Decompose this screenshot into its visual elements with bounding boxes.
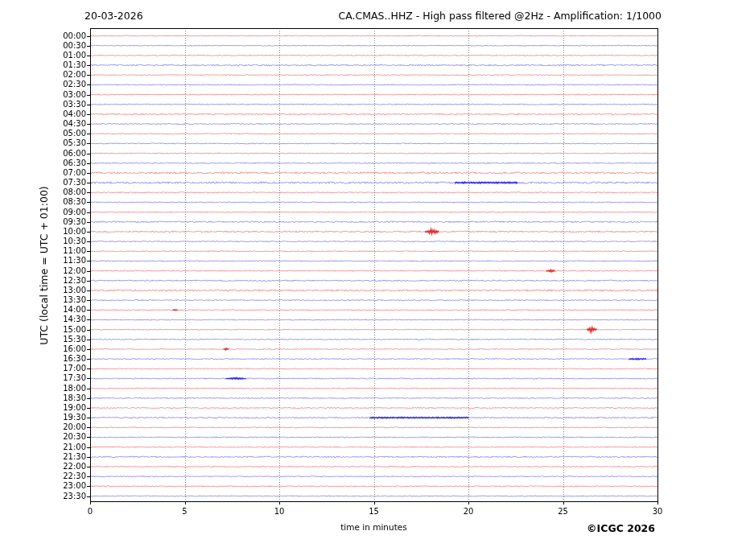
y-tick-label: 03:30	[0, 101, 86, 109]
y-tick-label: 17:30	[0, 374, 86, 382]
y-tick-label: 20:00	[0, 423, 86, 431]
y-tick-label: 18:00	[0, 385, 86, 393]
x-axis-label: time in minutes	[251, 522, 497, 532]
y-tick-label: 04:00	[0, 110, 86, 118]
y-tick-label: 10:30	[0, 237, 86, 245]
y-tick-label: 12:00	[0, 267, 86, 275]
y-tick-label: 07:00	[0, 169, 86, 177]
y-tick-label: 06:30	[0, 159, 86, 167]
y-tick-label: 01:30	[0, 61, 86, 69]
y-tick-label: 02:00	[0, 71, 86, 79]
x-tick-label: 15	[358, 508, 390, 516]
y-tick-label: 05:30	[0, 139, 86, 147]
y-tick-label: 07:30	[0, 179, 86, 187]
y-tick-label: 18:30	[0, 394, 86, 402]
y-tick-label: 05:00	[0, 130, 86, 138]
y-tick-label: 11:00	[0, 247, 86, 255]
y-tick-label: 13:00	[0, 286, 86, 294]
y-tick-label: 00:00	[0, 32, 86, 40]
y-tick-label: 23:30	[0, 492, 86, 500]
y-tick-label: 09:30	[0, 218, 86, 226]
y-tick-label: 14:30	[0, 315, 86, 323]
y-tick-label: 14:00	[0, 306, 86, 314]
y-tick-label: 00:30	[0, 42, 86, 50]
y-tick-label: 16:30	[0, 355, 86, 363]
y-tick-label: 21:30	[0, 453, 86, 461]
y-tick-label: 12:30	[0, 277, 86, 285]
y-tick-label: 13:30	[0, 296, 86, 304]
y-tick-label: 02:30	[0, 80, 86, 89]
x-tick-label: 30	[641, 508, 674, 516]
y-tick-label: 09:00	[0, 208, 86, 216]
helicorder-plot-canvas	[0, 0, 746, 560]
y-tick-label: 16:00	[0, 345, 86, 353]
x-tick-label: 10	[263, 508, 295, 516]
y-tick-label: 23:00	[0, 482, 86, 490]
seismogram-page: 20-03-2026 CA.CMAS..HHZ - High pass filt…	[0, 0, 746, 560]
y-tick-label: 20:30	[0, 433, 86, 441]
x-tick-label: 25	[547, 508, 579, 516]
y-tick-label: 06:00	[0, 150, 86, 158]
x-tick-label: 5	[169, 508, 201, 516]
y-tick-label: 11:30	[0, 257, 86, 265]
y-tick-label: 15:00	[0, 326, 86, 334]
y-tick-label: 19:30	[0, 414, 86, 422]
station-title: CA.CMAS..HHZ - High pass filtered @2Hz -…	[339, 10, 662, 22]
y-tick-label: 01:00	[0, 51, 86, 60]
y-tick-label: 17:00	[0, 364, 86, 373]
y-tick-label: 08:30	[0, 198, 86, 206]
x-tick-label: 20	[452, 508, 484, 516]
y-tick-label: 21:00	[0, 443, 86, 451]
y-tick-label: 04:30	[0, 120, 86, 128]
y-tick-label: 08:00	[0, 188, 86, 196]
copyright-label: ©ICGC 2026	[587, 522, 655, 534]
y-tick-label: 15:30	[0, 336, 86, 344]
y-tick-label: 10:00	[0, 228, 86, 236]
y-tick-label: 22:00	[0, 463, 86, 471]
y-tick-label: 19:00	[0, 404, 86, 412]
x-tick-label: 0	[74, 508, 106, 516]
y-tick-label: 22:30	[0, 472, 86, 480]
date-label: 20-03-2026	[84, 10, 143, 22]
y-tick-label: 03:00	[0, 91, 86, 99]
